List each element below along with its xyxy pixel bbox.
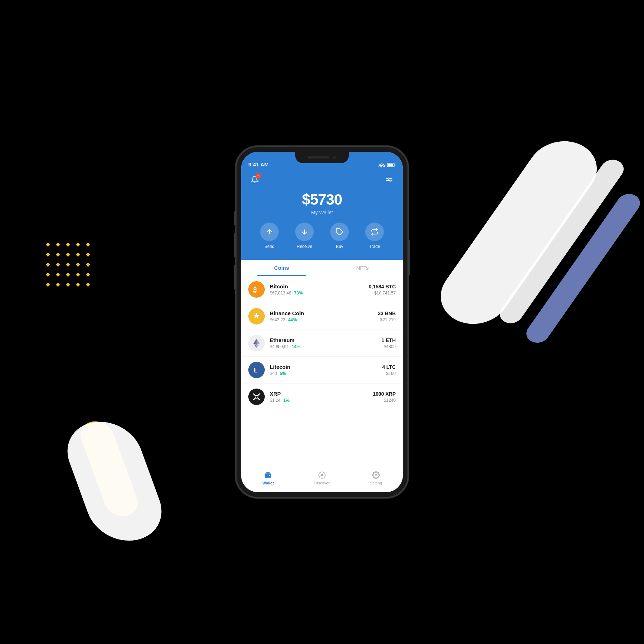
- receive-button[interactable]: Receive: [295, 223, 314, 249]
- svg-point-3: [390, 180, 391, 181]
- tab-bar: Coins NFTs: [241, 260, 403, 276]
- discover-nav-label: Discover: [314, 481, 330, 485]
- btc-info: Bitcoin $67,813,48 73%: [270, 283, 369, 296]
- svg-point-20: [255, 395, 258, 398]
- bnb-price-row: $643,23 44%: [270, 317, 378, 322]
- svg-marker-13: [257, 339, 260, 345]
- phone-frame: 9:41 AM: [236, 147, 408, 497]
- trade-icon: [371, 228, 379, 236]
- eth-value: $4809: [381, 344, 396, 349]
- bnb-name: Binance Coin: [270, 310, 378, 316]
- bnb-amount: 33 BNB: [378, 311, 396, 316]
- speaker: [308, 156, 329, 158]
- bnb-balance: 33 BNB $21,219: [378, 311, 396, 322]
- wallet-title: My Wallet: [248, 210, 396, 215]
- buy-label: Buy: [336, 244, 343, 249]
- discover-nav-icon-wrap: [318, 471, 326, 479]
- xrp-balance: 1000 XRP $1240: [373, 391, 396, 403]
- svg-point-24: [375, 474, 377, 476]
- btc-price: $67,813,48: [270, 291, 291, 296]
- xrp-value: $1240: [373, 398, 396, 403]
- btc-icon: ₿: [248, 281, 265, 298]
- trade-icon-wrap: [365, 223, 384, 241]
- bnb-info: Binance Coin $643,23 44%: [270, 310, 378, 322]
- btc-balance: 0,1584 BTC $10,741,57: [369, 284, 396, 296]
- side-button-silent: [234, 211, 236, 225]
- xrp-price-row: $1,24 1%: [270, 398, 373, 403]
- trade-label: Trade: [369, 244, 380, 249]
- svg-point-2: [387, 178, 389, 179]
- eth-change: 14%: [292, 344, 300, 349]
- bnb-value: $21,219: [378, 317, 396, 322]
- tab-nfts[interactable]: NFTs: [322, 260, 403, 276]
- xrp-amount: 1000 XRP: [373, 391, 396, 397]
- coin-item-bnb[interactable]: Binance Coin $643,23 44% 33 BNB $21,219: [241, 303, 403, 330]
- ltc-name: Litecoin: [270, 364, 382, 370]
- nav-setting[interactable]: Setting: [349, 471, 403, 485]
- svg-text:Ł: Ł: [254, 367, 258, 374]
- xrp-price: $1,24: [270, 398, 280, 403]
- send-icon: [265, 228, 273, 236]
- send-label: Send: [264, 244, 274, 249]
- discover-nav-icon: [318, 471, 326, 479]
- eth-price-row: $4,809,91 14%: [270, 344, 381, 349]
- coin-item-eth[interactable]: Ethereum $4,809,91 14% 1 ETH $4809: [241, 330, 403, 357]
- status-time: 9:41 AM: [248, 161, 269, 167]
- receive-icon: [301, 228, 308, 236]
- btc-amount: 0,1584 BTC: [369, 284, 396, 289]
- notification-badge: 2: [255, 173, 261, 179]
- setting-nav-label: Setting: [370, 481, 382, 485]
- btc-price-row: $67,813,48 73%: [270, 291, 369, 296]
- xrp-icon: [248, 389, 265, 405]
- buy-icon: [336, 228, 343, 236]
- bottom-navigation: Wallet Discover: [241, 467, 403, 492]
- eth-info: Ethereum $4,809,91 14%: [270, 337, 381, 349]
- send-icon-wrap: [260, 223, 279, 241]
- eth-name: Ethereum: [270, 337, 381, 343]
- battery-icon: [387, 163, 396, 167]
- wallet-nav-icon: [264, 471, 272, 479]
- dots-decoration: [47, 243, 93, 290]
- xrp-name: XRP: [270, 391, 373, 397]
- svg-point-21: [269, 475, 270, 476]
- eth-icon: [248, 335, 265, 351]
- nav-discover[interactable]: Discover: [295, 471, 349, 485]
- wallet-nav-icon-wrap: [264, 471, 272, 479]
- total-balance: $5730: [248, 191, 396, 208]
- svg-marker-14: [253, 339, 257, 345]
- send-button[interactable]: Send: [260, 223, 279, 249]
- phone-notch: [295, 152, 349, 163]
- btc-name: Bitcoin: [270, 283, 369, 289]
- trade-button[interactable]: Trade: [365, 223, 384, 249]
- coin-item-ltc[interactable]: Ł Litecoin $40 5% 4 LTC $160: [241, 357, 403, 384]
- ltc-change: 5%: [280, 371, 286, 376]
- coin-item-xrp[interactable]: XRP $1,24 1% 1000 XRP $1240: [241, 384, 403, 410]
- buy-button[interactable]: Buy: [330, 223, 349, 249]
- filter-icon: [385, 176, 393, 184]
- btc-change: 73%: [294, 291, 303, 296]
- tab-coins[interactable]: Coins: [241, 260, 322, 276]
- coin-list: ₿ Bitcoin $67,813,48 73% 0,1584 BTC $10,…: [241, 276, 403, 467]
- header-top-row: 2: [248, 173, 396, 186]
- coin-item-btc[interactable]: ₿ Bitcoin $67,813,48 73% 0,1584 BTC $10,…: [241, 276, 403, 303]
- notification-button[interactable]: 2: [248, 173, 261, 186]
- phone-screen: 9:41 AM: [241, 152, 403, 492]
- status-icons: [379, 162, 396, 167]
- wallet-nav-label: Wallet: [262, 481, 274, 485]
- ltc-icon: Ł: [248, 362, 265, 378]
- svg-marker-23: [321, 474, 323, 477]
- receive-icon-wrap: [295, 223, 314, 241]
- filter-button[interactable]: [383, 173, 396, 186]
- nav-wallet[interactable]: Wallet: [241, 471, 295, 485]
- eth-balance: 1 ETH $4809: [381, 337, 396, 349]
- xrp-info: XRP $1,24 1%: [270, 391, 373, 403]
- side-button-vol-down: [234, 265, 236, 290]
- ltc-value: $160: [382, 371, 396, 376]
- svg-rect-1: [388, 164, 393, 166]
- eth-amount: 1 ETH: [381, 337, 396, 343]
- wifi-icon: [379, 162, 385, 167]
- xrp-change: 1%: [283, 398, 289, 403]
- screen-content: 9:41 AM: [241, 152, 403, 492]
- ribbon-decoration-5: [57, 416, 172, 546]
- ltc-info: Litecoin $40 5%: [270, 364, 382, 376]
